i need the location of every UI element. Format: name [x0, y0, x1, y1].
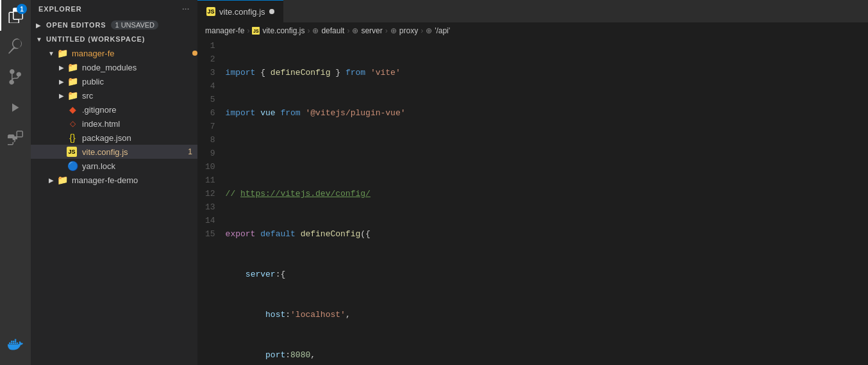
unsaved-dot: [192, 51, 197, 56]
manager-fe-demo-label: manager-fe-demo: [72, 175, 197, 185]
js-file-icon: JS: [67, 147, 77, 157]
folder-icon: 📁: [56, 47, 68, 59]
code-line-4: // https://vitejs.dev/config/: [226, 187, 868, 200]
tab-filename: vite.config.js: [219, 7, 265, 17]
code-line-5: export default defineConfig({: [226, 227, 868, 241]
code-line-7: host:'localhost',: [226, 308, 868, 321]
sidebar-item-vite-config[interactable]: JS vite.config.js 1: [31, 145, 197, 159]
sidebar-actions: ···: [182, 5, 190, 13]
code-line-1: import { defineConfig } from 'vite': [226, 66, 868, 79]
public-label: public: [82, 77, 197, 86]
tab-unsaved-dot: [269, 9, 274, 14]
manager-fe-arrow: ▼: [46, 50, 56, 57]
breadcrumb-symbol-icon-2: ⊕: [352, 26, 358, 35]
code-content[interactable]: import { defineConfig } from 'vite' impo…: [226, 39, 868, 365]
breadcrumb-symbol-icon-3: ⊕: [390, 26, 397, 35]
editor-area: JS vite.config.js manager-fe › JS vite.c…: [197, 0, 868, 365]
run-icon[interactable]: [0, 92, 31, 123]
breadcrumb: manager-fe › JS vite.config.js › ⊕ defau…: [197, 22, 868, 39]
sidebar-item-gitignore[interactable]: ◆ .gitignore: [31, 102, 197, 117]
demo-folder-icon: 📁: [56, 174, 68, 186]
breadcrumb-symbol-icon-4: ⊕: [426, 26, 432, 35]
breadcrumb-symbol-icon-1: ⊕: [312, 26, 319, 35]
sidebar-item-package-json[interactable]: {} package.json: [31, 131, 197, 145]
source-control-icon[interactable]: [0, 61, 31, 92]
node-modules-label: node_modules: [82, 63, 197, 72]
public-folder-icon: 📁: [67, 76, 78, 87]
code-editor[interactable]: 1 2 3 4 5 6 7 8 9 10 11 12 13 14 15 impo…: [197, 39, 868, 365]
sidebar-item-src[interactable]: ▶ 📁 src: [31, 88, 197, 102]
manager-fe-label: manager-fe: [72, 49, 190, 58]
sidebar: EXPLORER ··· ▶ OPEN EDITORS 1 UNSAVED ▼ …: [31, 0, 197, 365]
breadcrumb-manager-fe: manager-fe: [205, 26, 244, 35]
open-editors-section[interactable]: ▶ OPEN EDITORS 1 UNSAVED: [31, 18, 197, 32]
node-modules-arrow: ▶: [56, 64, 67, 71]
workspace-arrow: ▼: [36, 36, 44, 43]
sidebar-item-node-modules[interactable]: ▶ 📁 node_modules: [31, 60, 197, 74]
src-label: src: [82, 91, 197, 101]
manager-fe-demo-arrow: ▶: [46, 177, 56, 184]
code-line-6: server:{: [226, 268, 868, 281]
package-json-label: package.json: [82, 133, 197, 143]
files-icon[interactable]: 1: [0, 0, 31, 31]
files-badge: 1: [17, 4, 27, 14]
workspace-section[interactable]: ▼ UNTITLED (WORKSPACE): [31, 32, 197, 46]
yarn-icon: 🔵: [67, 160, 78, 172]
breadcrumb-js-icon: JS: [252, 27, 260, 35]
breadcrumb-sep-1: ›: [247, 26, 249, 35]
src-arrow: ▶: [56, 92, 67, 99]
search-icon[interactable]: [0, 31, 31, 61]
html-icon: ◇: [67, 118, 78, 129]
activity-bar: 1: [0, 0, 31, 365]
sidebar-item-public[interactable]: ▶ 📁 public: [31, 74, 197, 88]
line-numbers: 1 2 3 4 5 6 7 8 9 10 11 12 13 14 15: [197, 39, 226, 365]
yarn-lock-label: yarn.lock: [82, 161, 197, 171]
breadcrumb-sep-2: ›: [307, 26, 310, 35]
breadcrumb-server: server: [361, 26, 382, 35]
sidebar-item-yarn-lock[interactable]: 🔵 yarn.lock: [31, 159, 197, 173]
gitignore-icon: ◆: [67, 104, 78, 115]
vite-config-tab[interactable]: JS vite.config.js: [197, 0, 283, 22]
breadcrumb-default: default: [321, 26, 344, 35]
sidebar-title: EXPLORER ···: [31, 0, 197, 18]
more-actions-icon[interactable]: ···: [182, 5, 190, 13]
breadcrumb-api: '/api': [435, 26, 450, 35]
src-folder-icon: 📁: [67, 90, 78, 101]
tab-bar: JS vite.config.js: [197, 0, 868, 22]
extensions-icon[interactable]: [0, 123, 31, 154]
node-modules-folder-icon: 📁: [67, 61, 78, 73]
public-arrow: ▶: [56, 78, 67, 85]
code-line-3: [226, 147, 868, 160]
json-icon: {}: [67, 132, 78, 143]
vite-config-badge: 1: [188, 147, 192, 156]
breadcrumb-vite-config: vite.config.js: [262, 26, 305, 35]
code-line-2: import vue from '@vitejs/plugin-vue': [226, 106, 868, 120]
gitignore-label: .gitignore: [82, 105, 197, 115]
breadcrumb-sep-3: ›: [347, 26, 349, 35]
docker-icon[interactable]: [0, 329, 31, 360]
tab-js-icon: JS: [206, 7, 215, 16]
sidebar-item-manager-fe-demo[interactable]: ▶ 📁 manager-fe-demo: [31, 173, 197, 187]
breadcrumb-proxy: proxy: [399, 26, 418, 35]
sidebar-item-index-html[interactable]: ◇ index.html: [31, 117, 197, 131]
open-editors-arrow: ▶: [36, 22, 44, 29]
code-line-8: port:8080,: [226, 348, 868, 362]
sidebar-item-manager-fe[interactable]: ▼ 📁 manager-fe: [31, 46, 197, 60]
breadcrumb-sep-4: ›: [385, 26, 388, 35]
vite-config-label: vite.config.js: [82, 147, 188, 157]
breadcrumb-sep-5: ›: [421, 26, 423, 35]
index-html-label: index.html: [82, 119, 197, 129]
